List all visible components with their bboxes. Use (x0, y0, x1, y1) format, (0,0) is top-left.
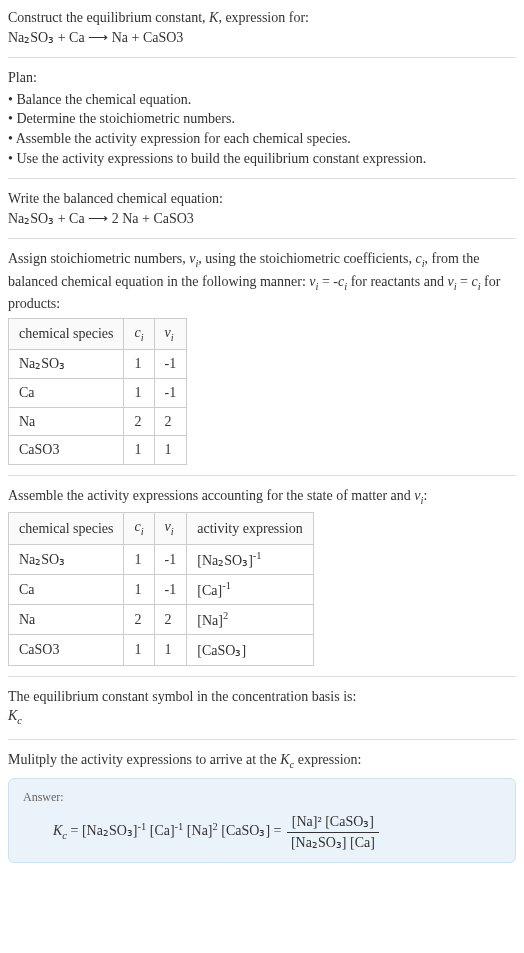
plan-item: Use the activity expressions to build th… (8, 149, 516, 169)
th-vi: νi (154, 513, 187, 544)
table-row: CaSO3 1 1 (9, 436, 187, 465)
table-row: Ca 1 -1 [Ca]-1 (9, 574, 314, 604)
eqsymbol-symbol: Kc (8, 706, 516, 728)
eqsymbol-block: The equilibrium constant symbol in the c… (8, 687, 516, 729)
plan-block: Plan: Balance the chemical equation. Det… (8, 68, 516, 168)
plan-item: Determine the stoichiometric numbers. (8, 109, 516, 129)
table-row: Na 2 2 (9, 407, 187, 436)
plan-item: Balance the chemical equation. (8, 90, 516, 110)
assign-text: Assign stoichiometric numbers, νi, using… (8, 249, 516, 314)
multiply-text: Mulitply the activity expressions to arr… (8, 750, 516, 772)
answer-label: Answer: (23, 789, 501, 806)
answer-expression: Kc = [Na₂SO₃]-1 [Ca]-1 [Na]2 [CaSO₃] = [… (23, 812, 501, 852)
table-row: Ca 1 -1 (9, 378, 187, 407)
intro-block: Construct the equilibrium constant, K, e… (8, 8, 516, 47)
balanced-heading: Write the balanced chemical equation: (8, 189, 516, 209)
plan-list: Balance the chemical equation. Determine… (8, 90, 516, 168)
th-vi: νi (154, 318, 187, 349)
th-ci: ci (124, 513, 154, 544)
table-row: CaSO3 1 1 [CaSO₃] (9, 635, 314, 665)
plan-heading: Plan: (8, 68, 516, 88)
eqsymbol-text: The equilibrium constant symbol in the c… (8, 687, 516, 707)
th-species: chemical species (9, 513, 124, 544)
intro-equation: Na₂SO₃ + Ca ⟶ Na + CaSO3 (8, 28, 516, 48)
assemble-text: Assemble the activity expressions accoun… (8, 486, 516, 508)
balanced-block: Write the balanced chemical equation: Na… (8, 189, 516, 228)
answer-box: Answer: Kc = [Na₂SO₃]-1 [Ca]-1 [Na]2 [Ca… (8, 778, 516, 863)
th-species: chemical species (9, 318, 124, 349)
table-row: Na 2 2 [Na]2 (9, 605, 314, 635)
stoich-table: chemical species ci νi Na₂SO₃ 1 -1 Ca 1 … (8, 318, 187, 465)
table-row: Na₂SO₃ 1 -1 (9, 350, 187, 379)
activity-table: chemical species ci νi activity expressi… (8, 512, 314, 665)
th-activity: activity expression (187, 513, 313, 544)
balanced-equation: Na₂SO₃ + Ca ⟶ 2 Na + CaSO3 (8, 209, 516, 229)
th-ci: ci (124, 318, 154, 349)
plan-item: Assemble the activity expression for eac… (8, 129, 516, 149)
intro-line1: Construct the equilibrium constant, K, e… (8, 8, 516, 28)
table-row: Na₂SO₃ 1 -1 [Na₂SO₃]-1 (9, 544, 314, 574)
